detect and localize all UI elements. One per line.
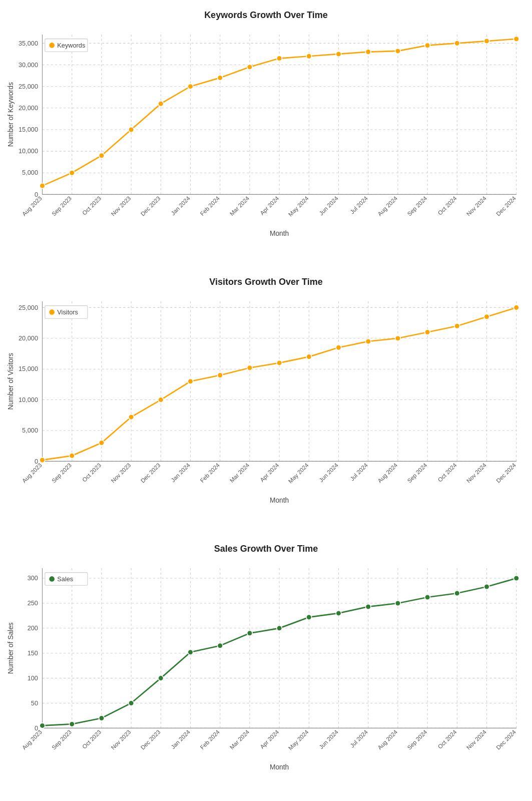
svg-text:Sep 2024: Sep 2024 — [406, 462, 428, 484]
svg-point-144 — [49, 309, 55, 315]
svg-text:Visitors: Visitors — [57, 308, 78, 316]
svg-point-204 — [188, 649, 193, 655]
svg-text:Aug 2023: Aug 2023 — [21, 728, 43, 751]
svg-text:Jan 2024: Jan 2024 — [170, 462, 192, 484]
svg-point-133 — [247, 365, 253, 370]
svg-point-65 — [336, 52, 341, 57]
svg-text:20,000: 20,000 — [19, 104, 38, 112]
svg-text:Apr 2024: Apr 2024 — [259, 195, 280, 216]
svg-text:Sep 2023: Sep 2023 — [51, 728, 73, 751]
svg-text:35,000: 35,000 — [19, 40, 38, 47]
svg-text:Dec 2024: Dec 2024 — [495, 462, 517, 484]
svg-point-139 — [425, 329, 430, 335]
svg-point-142 — [513, 305, 519, 310]
chart-visitors: Visitors Growth Over Time05,00010,00015,… — [0, 267, 532, 534]
svg-rect-146 — [43, 568, 516, 728]
chart-svg-sales: 050100150200250300Number of SalesAug 202… — [5, 559, 527, 774]
svg-point-205 — [217, 643, 223, 648]
svg-point-128 — [99, 440, 105, 446]
svg-point-71 — [513, 36, 519, 42]
svg-text:Oct 2023: Oct 2023 — [81, 728, 103, 750]
svg-point-140 — [454, 323, 460, 329]
chart-svg-visitors: 05,00010,00015,00020,00025,000Number of … — [5, 292, 527, 508]
svg-point-135 — [306, 354, 312, 359]
svg-text:Jul 2024: Jul 2024 — [349, 195, 369, 215]
svg-point-59 — [158, 101, 164, 107]
svg-point-132 — [217, 372, 223, 378]
svg-point-126 — [40, 458, 45, 463]
svg-text:Mar 2024: Mar 2024 — [228, 195, 250, 217]
svg-text:Sep 2024: Sep 2024 — [406, 195, 428, 217]
svg-text:Aug 2024: Aug 2024 — [376, 728, 399, 751]
chart-title-sales: Sales Growth Over Time — [5, 544, 527, 554]
svg-point-62 — [247, 65, 253, 70]
svg-point-129 — [129, 415, 134, 420]
svg-point-202 — [129, 700, 134, 706]
svg-text:Feb 2024: Feb 2024 — [199, 462, 221, 484]
svg-text:Month: Month — [270, 229, 289, 237]
svg-text:Jun 2024: Jun 2024 — [318, 728, 340, 750]
svg-point-206 — [247, 630, 253, 636]
svg-point-136 — [336, 345, 341, 350]
svg-point-131 — [188, 378, 193, 384]
svg-point-212 — [425, 595, 430, 600]
svg-text:10,000: 10,000 — [19, 147, 38, 155]
svg-point-203 — [158, 675, 164, 681]
chart-title-visitors: Visitors Growth Over Time — [5, 277, 527, 287]
svg-point-201 — [99, 715, 105, 721]
svg-text:300: 300 — [28, 574, 38, 582]
svg-point-67 — [395, 49, 401, 54]
svg-point-210 — [365, 604, 371, 610]
svg-text:Nov 2023: Nov 2023 — [110, 195, 132, 217]
svg-text:50: 50 — [31, 699, 38, 707]
svg-text:Jul 2024: Jul 2024 — [349, 728, 369, 749]
svg-point-209 — [336, 611, 341, 616]
svg-text:Nov 2024: Nov 2024 — [465, 195, 487, 217]
svg-text:Nov 2024: Nov 2024 — [465, 728, 487, 751]
chart-area-sales: 050100150200250300Number of SalesAug 202… — [5, 559, 527, 774]
svg-text:Sep 2023: Sep 2023 — [51, 195, 73, 217]
svg-point-208 — [306, 615, 312, 620]
svg-text:Jan 2024: Jan 2024 — [170, 195, 192, 217]
svg-text:20,000: 20,000 — [19, 334, 38, 342]
svg-text:25,000: 25,000 — [19, 83, 38, 90]
svg-text:Number of Visitors: Number of Visitors — [7, 353, 15, 410]
svg-text:100: 100 — [28, 674, 38, 682]
svg-text:Month: Month — [270, 763, 289, 771]
svg-text:Feb 2024: Feb 2024 — [199, 728, 221, 750]
svg-text:5,000: 5,000 — [22, 427, 38, 434]
svg-point-215 — [513, 576, 519, 581]
svg-text:Number of Sales: Number of Sales — [7, 622, 15, 674]
svg-text:5,000: 5,000 — [22, 169, 38, 177]
svg-text:Number of Keywords: Number of Keywords — [7, 82, 15, 147]
svg-text:Aug 2024: Aug 2024 — [376, 462, 399, 484]
chart-keywords: Keywords Growth Over Time05,00010,00015,… — [0, 0, 532, 267]
svg-text:Aug 2023: Aug 2023 — [21, 195, 43, 217]
svg-text:Oct 2024: Oct 2024 — [436, 462, 458, 483]
svg-point-73 — [49, 43, 55, 48]
svg-text:15,000: 15,000 — [19, 365, 38, 372]
chart-title-keywords: Keywords Growth Over Time — [5, 10, 527, 21]
svg-text:25,000: 25,000 — [19, 304, 38, 311]
svg-text:30,000: 30,000 — [19, 61, 38, 69]
svg-text:Apr 2024: Apr 2024 — [259, 462, 280, 483]
svg-point-56 — [69, 170, 75, 176]
svg-text:Apr 2024: Apr 2024 — [259, 728, 280, 750]
svg-text:250: 250 — [28, 599, 38, 607]
svg-text:Jul 2024: Jul 2024 — [349, 462, 369, 482]
svg-point-60 — [188, 84, 193, 89]
chart-svg-keywords: 05,00010,00015,00020,00025,00030,00035,0… — [5, 26, 527, 241]
chart-area-visitors: 05,00010,00015,00020,00025,000Number of … — [5, 292, 527, 508]
svg-text:Jun 2024: Jun 2024 — [318, 195, 340, 217]
svg-text:Nov 2024: Nov 2024 — [465, 462, 487, 484]
svg-text:Dec 2024: Dec 2024 — [495, 195, 517, 217]
svg-point-55 — [40, 183, 45, 189]
svg-point-61 — [217, 75, 223, 81]
svg-point-207 — [277, 626, 282, 631]
chart-sales: Sales Growth Over Time050100150200250300… — [0, 534, 532, 800]
svg-text:Oct 2024: Oct 2024 — [436, 728, 458, 750]
svg-point-214 — [484, 584, 489, 590]
svg-point-127 — [69, 453, 75, 459]
svg-text:Jan 2024: Jan 2024 — [170, 728, 192, 750]
svg-text:May 2024: May 2024 — [287, 195, 310, 218]
